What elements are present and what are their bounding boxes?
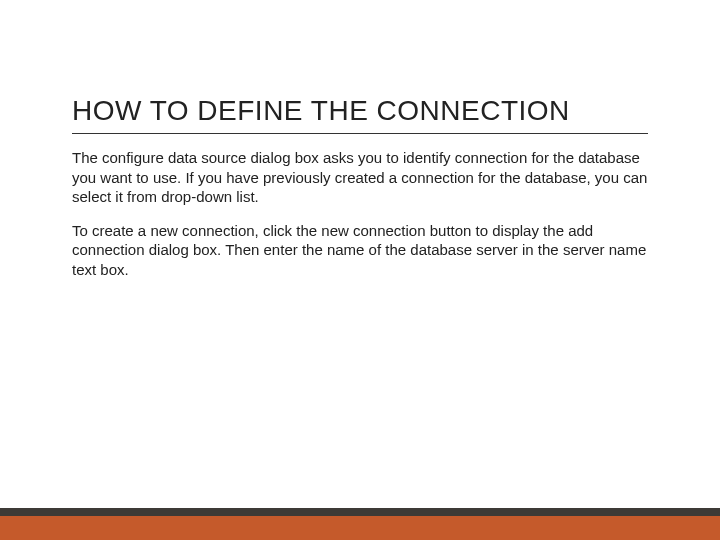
body-paragraph-1: The configure data source dialog box ask… xyxy=(72,148,648,207)
body-paragraph-2: To create a new connection, click the ne… xyxy=(72,221,648,280)
slide-content: HOW TO DEFINE THE CONNECTION The configu… xyxy=(0,0,720,279)
footer-bar xyxy=(0,508,720,540)
footer-dark-stripe xyxy=(0,508,720,516)
page-title: HOW TO DEFINE THE CONNECTION xyxy=(72,95,648,134)
footer-orange-stripe xyxy=(0,516,720,540)
